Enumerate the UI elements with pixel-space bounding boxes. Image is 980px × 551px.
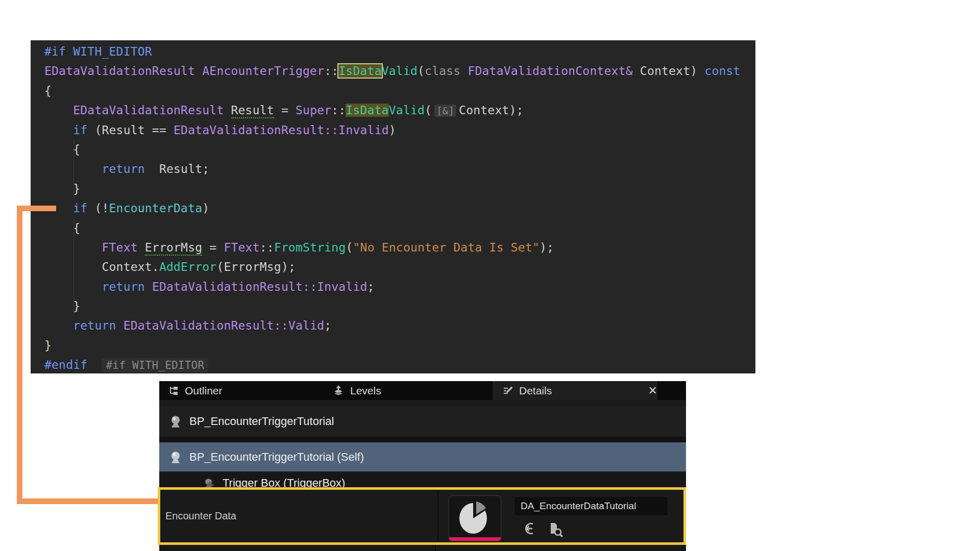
row-label: BP_EncounterTriggerTutorial (Self) [189, 450, 364, 464]
close-icon: ✕ [648, 384, 657, 397]
tab-levels[interactable]: Levels [329, 381, 384, 400]
tab-details-label: Details [519, 385, 552, 397]
code-line: #endif #if WITH_EDITOR [44, 355, 755, 374]
annotation-connector-bottom-segment [17, 498, 158, 504]
annotation-connector-top-segment [17, 206, 56, 211]
data-asset-pie-icon [449, 496, 501, 537]
code-line: FText ErrorMsg = FText::FromString("No E… [44, 238, 755, 257]
code-line: } [44, 179, 755, 198]
browse-to-asset-icon [546, 520, 564, 538]
code-line: if (Result == EDataValidationResult::Inv… [44, 120, 755, 140]
use-selected-asset-icon [522, 520, 539, 537]
code-line: } [44, 336, 755, 355]
code-line: return EDataValidationResult::Invalid; [44, 277, 755, 296]
code-line: return EDataValidationResult::Valid; [44, 316, 755, 335]
panel-tab-bar: Outliner Levels Details [159, 381, 686, 400]
page: { "colors": { "page-bg": "#FFFFFF", "cod… [0, 0, 980, 551]
code-line: return Result; [44, 159, 755, 179]
code-line: { [44, 218, 755, 238]
code-line: EDataValidationResult AEncounterTrigger:… [44, 61, 755, 81]
code-line: { [44, 140, 755, 159]
row-separator [159, 437, 686, 442]
property-grid-column-divider [435, 545, 436, 551]
property-column-divider [437, 490, 438, 542]
outliner-tree-icon [167, 385, 180, 397]
tab-details[interactable]: Details [493, 381, 657, 400]
code-line: EDataValidationResult Result = Super::Is… [44, 101, 755, 120]
code-editor-panel[interactable]: #if WITH_EDITOREDataValidationResult AEn… [31, 40, 755, 373]
row-bp-encounter-trigger-tutorial[interactable]: BP_EncounterTriggerTutorial [159, 406, 686, 437]
panel-close-button[interactable]: ✕ [648, 381, 657, 400]
tab-levels-label: Levels [350, 385, 381, 397]
details-pencil-icon [502, 385, 514, 397]
asset-picker-combobox[interactable]: DA_EncounterDataTutorial [514, 497, 668, 515]
row-label: BP_EncounterTriggerTutorial [189, 415, 334, 428]
browse-to-asset-button[interactable] [546, 520, 564, 538]
tab-outliner[interactable]: Outliner [164, 381, 226, 400]
camera-icon [168, 414, 183, 429]
code-line: } [44, 296, 755, 316]
code-line: Context.AddError(ErrorMsg); [44, 257, 755, 277]
code-editor-content[interactable]: #if WITH_EDITOREDataValidationResult AEn… [44, 42, 755, 375]
use-selected-asset-button[interactable] [522, 520, 539, 538]
property-name-label: Encounter Data [165, 490, 236, 542]
annotation-connector-vertical-segment [17, 206, 22, 504]
row-bp-encounter-trigger-tutorial-self[interactable]: BP_EncounterTriggerTutorial (Self) [159, 442, 686, 471]
code-line: { [44, 81, 755, 101]
levels-stack-icon [332, 384, 345, 397]
property-grid-lower-strip [159, 545, 686, 551]
tab-outliner-label: Outliner [185, 385, 223, 397]
encounter-data-property-highlight: Encounter Data DA_EncounterDataTutorial [158, 487, 686, 545]
code-line: #if WITH_EDITOR [44, 42, 755, 61]
code-line: if (!EncounterData) [44, 198, 755, 218]
asset-thumbnail-button[interactable] [449, 495, 501, 541]
asset-type-color-bar [449, 537, 501, 541]
camera-icon [168, 450, 183, 464]
asset-picker-value: DA_EncounterDataTutorial [521, 500, 636, 511]
